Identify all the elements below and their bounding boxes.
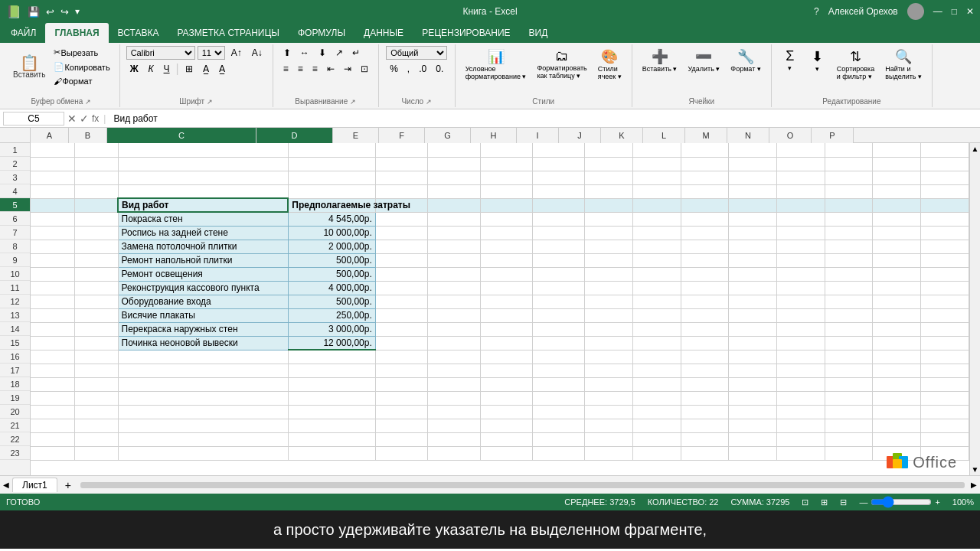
tab-file[interactable]: ФАЙЛ	[2, 23, 45, 43]
name-box[interactable]: C5	[3, 112, 64, 126]
cell-d15[interactable]: 12 000,00р.	[288, 336, 375, 350]
percent-btn[interactable]: %	[386, 62, 402, 76]
vertical-scrollbar[interactable]: ▲ ▼	[969, 143, 980, 475]
align-middle-btn[interactable]: ↔	[296, 46, 313, 60]
format-cells-btn[interactable]: 🔧 Формат ▾	[727, 46, 764, 75]
cell-c1[interactable]	[118, 143, 288, 157]
col-header-b[interactable]: B	[69, 128, 107, 143]
cell-d11[interactable]: 4 000,00р.	[288, 281, 375, 295]
maximize-btn[interactable]: □	[952, 6, 957, 17]
thousand-sep-btn[interactable]: ,	[403, 62, 413, 76]
close-btn[interactable]: ✕	[966, 6, 974, 17]
decrease-decimal-btn[interactable]: 0.	[432, 62, 447, 76]
cell-f1[interactable]	[428, 143, 480, 157]
decrease-font-btn[interactable]: A↓	[248, 46, 266, 60]
function-icon[interactable]: fx	[92, 113, 99, 124]
cell-styles-btn[interactable]: 🎨 Стилиячеек ▾	[594, 46, 626, 83]
tab-insert[interactable]: ВСТАВКА	[109, 23, 168, 43]
row-num-21[interactable]: 21	[0, 419, 30, 432]
add-sheet-btn[interactable]: +	[59, 478, 77, 493]
col-header-a[interactable]: A	[31, 128, 69, 143]
cell-d8[interactable]: 2 000,00р.	[288, 240, 375, 253]
customize-btn[interactable]: ▾	[75, 6, 80, 17]
row-num-6[interactable]: 6	[0, 212, 30, 226]
row-num-12[interactable]: 12	[0, 295, 30, 308]
cell-g1[interactable]	[480, 143, 532, 157]
row-num-4[interactable]: 4	[0, 184, 30, 198]
cell-i1[interactable]	[585, 143, 633, 157]
row-num-11[interactable]: 11	[0, 281, 30, 295]
number-format-select[interactable]: Общий	[386, 46, 447, 60]
cell-c12[interactable]: Оборудование входа	[118, 295, 288, 308]
row-num-18[interactable]: 18	[0, 377, 30, 391]
cell-c8[interactable]: Замена потолочной плитки	[118, 240, 288, 253]
cell-c6[interactable]: Покраска стен	[118, 212, 288, 226]
row-num-7[interactable]: 7	[0, 226, 30, 240]
col-header-p[interactable]: P	[812, 128, 854, 143]
scroll-down-btn[interactable]: ▼	[972, 465, 979, 474]
bold-btn[interactable]: Ж	[126, 62, 142, 76]
align-top-btn[interactable]: ⬆	[279, 46, 295, 60]
cell-n1[interactable]	[825, 143, 873, 157]
text-angle-btn[interactable]: ↗	[332, 46, 347, 60]
cell-a1[interactable]	[31, 143, 74, 157]
row-num-20[interactable]: 20	[0, 405, 30, 419]
col-header-d[interactable]: D	[256, 128, 333, 143]
row-num-9[interactable]: 9	[0, 253, 30, 267]
formula-cancel-icon[interactable]: ✕	[67, 112, 77, 125]
cell-d13[interactable]: 250,00р.	[288, 308, 375, 322]
horizontal-scroll-track[interactable]	[77, 476, 968, 494]
paste-button[interactable]: 📋 Вставить	[9, 53, 49, 81]
format-painter-button[interactable]: 🖌 Формат	[51, 75, 113, 87]
col-header-j[interactable]: J	[559, 128, 601, 143]
normal-view-btn[interactable]: ⊡	[802, 497, 808, 507]
sheet-tab-1[interactable]: Лист1	[12, 478, 57, 492]
col-header-m[interactable]: M	[685, 128, 727, 143]
row-num-1[interactable]: 1	[0, 143, 30, 157]
col-header-k[interactable]: K	[601, 128, 643, 143]
cell-c15[interactable]: Починка неоновой вывески	[118, 336, 288, 350]
row-num-13[interactable]: 13	[0, 308, 30, 322]
border-btn[interactable]: ⊞	[181, 62, 197, 76]
autosum-btn[interactable]: Σ ▾	[778, 46, 802, 83]
formula-confirm-icon[interactable]: ✓	[80, 112, 89, 125]
font-size-select[interactable]: 11	[198, 46, 225, 60]
format-as-table-btn[interactable]: 🗂 Форматироватькак таблицу ▾	[533, 46, 590, 83]
align-right-btn[interactable]: ≡	[309, 62, 322, 76]
zoom-range[interactable]	[871, 496, 932, 508]
cell-h1[interactable]	[532, 143, 584, 157]
cell-c13[interactable]: Висячие плакаты	[118, 308, 288, 322]
quick-save[interactable]: 💾	[28, 6, 40, 18]
h-scroll-thumb[interactable]	[80, 482, 965, 488]
col-header-n[interactable]: N	[727, 128, 769, 143]
increase-font-btn[interactable]: A↑	[227, 46, 246, 60]
zoom-slider[interactable]: — +	[859, 496, 939, 508]
fill-color-btn[interactable]: A̲	[199, 62, 213, 76]
undo-btn[interactable]: ↩	[46, 6, 54, 18]
underline-btn[interactable]: Ч	[160, 62, 174, 76]
cell-d16[interactable]: 📋	[288, 350, 375, 364]
increase-indent-btn[interactable]: ⇥	[340, 62, 355, 76]
cell-o1[interactable]	[873, 143, 921, 157]
row-num-17[interactable]: 17	[0, 364, 30, 377]
cell-k1[interactable]	[681, 143, 729, 157]
cell-j1[interactable]	[633, 143, 681, 157]
cell-d1[interactable]	[288, 143, 375, 157]
tab-view[interactable]: ВИД	[520, 23, 557, 43]
cell-m1[interactable]	[777, 143, 825, 157]
cell-c10[interactable]: Ремонт освещения	[118, 267, 288, 281]
cell-d6[interactable]: 4 545,00р.	[288, 212, 375, 226]
cell-a2[interactable]	[31, 157, 74, 171]
align-bottom-btn[interactable]: ⬇	[315, 46, 330, 60]
cell-b1[interactable]	[74, 143, 118, 157]
page-layout-view-btn[interactable]: ⊞	[821, 497, 828, 507]
cell-d5[interactable]: Предполагаемые затраты	[288, 198, 375, 212]
sort-filter-btn[interactable]: ⇅ Сортировкаи фильтр ▾	[833, 46, 878, 83]
scroll-right-btn[interactable]: ▶	[968, 481, 980, 489]
cell-l1[interactable]	[729, 143, 777, 157]
row-num-2[interactable]: 2	[0, 157, 30, 171]
cell-d9[interactable]: 500,00р.	[288, 253, 375, 267]
cell-c9[interactable]: Ремонт напольной плитки	[118, 253, 288, 267]
formula-input[interactable]: Вид работ	[110, 113, 977, 124]
increase-decimal-btn[interactable]: .0	[415, 62, 430, 76]
